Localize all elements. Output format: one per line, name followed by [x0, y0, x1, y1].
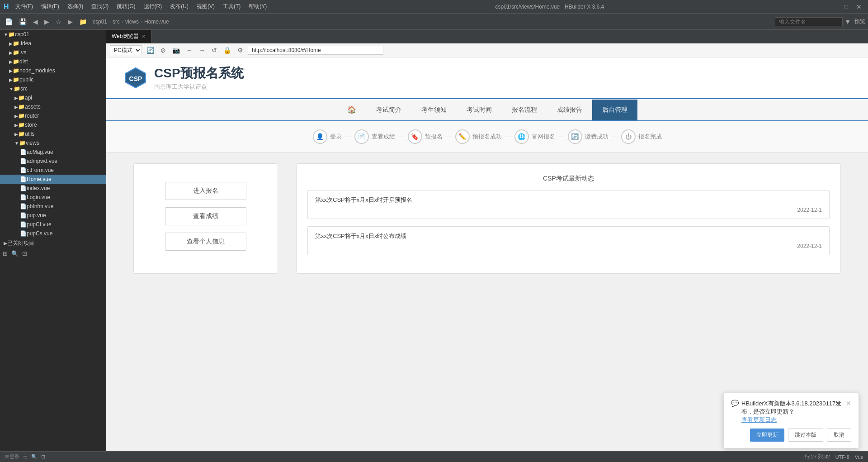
browser-back-icon[interactable]: ←: [184, 46, 194, 55]
sidebar-item-ctForm_vue[interactable]: 📄 ctForm.vue: [0, 166, 106, 175]
nav-item-5[interactable]: 成绩报告: [547, 100, 592, 120]
mode-select[interactable]: PC模式: [110, 45, 142, 55]
run-icon[interactable]: ▶: [66, 17, 75, 26]
folder-icon[interactable]: 📁: [77, 17, 89, 26]
browser-settings-icon[interactable]: ⚙: [236, 46, 245, 55]
sidebar-item-api[interactable]: ▶ 📁 api: [0, 93, 106, 102]
sidebar-item-views[interactable]: ▼ 📁 views: [0, 138, 106, 148]
sidebar-closed-projects[interactable]: ▶ 已关闭项目: [0, 238, 106, 248]
bottom-icon-1[interactable]: ⊞: [3, 250, 8, 257]
breadcrumb-root[interactable]: csp01: [93, 19, 107, 25]
minimize-button[interactable]: ─: [829, 3, 839, 10]
sidebar-item-index_vue[interactable]: 📄 index.vue: [0, 184, 106, 193]
sidebar-item-store[interactable]: ▶ 📁 store: [0, 120, 106, 129]
sidebar-item-pupCs_vue[interactable]: 📄 pupCs.vue: [0, 229, 106, 238]
sidebar-item-_vs[interactable]: ▶ 📁 .vs: [0, 48, 106, 57]
folder-icon: 📁: [18, 113, 25, 119]
sidebar-item-pupCf_vue[interactable]: 📄 pupCf.vue: [0, 220, 106, 229]
file-label: pupCf.vue: [27, 221, 52, 228]
nav-item-1[interactable]: 考试简介: [366, 100, 411, 120]
preview-button[interactable]: 预览: [854, 18, 865, 25]
browser-refresh-icon[interactable]: 🔄: [145, 46, 156, 55]
sidebar-item-dist[interactable]: ▶ 📁 dist: [0, 57, 106, 66]
breadcrumb-src[interactable]: src: [113, 19, 120, 25]
menu-item[interactable]: 视图(V): [193, 2, 218, 11]
sidebar-item-utils[interactable]: ▶ 📁 utils: [0, 129, 106, 138]
bottom-icon-2[interactable]: 🔍: [11, 250, 19, 257]
notification-close-icon[interactable]: ✕: [846, 400, 851, 407]
back-icon[interactable]: ◀: [31, 17, 40, 26]
collapse-icon: ▼: [14, 141, 19, 146]
close-button[interactable]: ✕: [854, 3, 864, 10]
forward-icon[interactable]: ▶: [42, 17, 52, 26]
sidebar-item-router[interactable]: ▶ 📁 router: [0, 111, 106, 120]
menu-item[interactable]: 选择(I): [64, 2, 87, 11]
filter-icon[interactable]: ▼: [844, 18, 851, 25]
step-arrow-5: —: [559, 133, 564, 140]
new-file-icon[interactable]: 📄: [3, 17, 15, 26]
main-toolbar: 📄 💾 ◀ ▶ ☆ ▶ 📁 csp01 › src › views › Home…: [0, 14, 868, 30]
file-search-input[interactable]: [775, 17, 843, 26]
sidebar-item-Home_vue[interactable]: 📄 Home.vue: [0, 175, 106, 184]
sidebar-item-admpwd_vue[interactable]: 📄 admpwd.vue: [0, 157, 106, 166]
browser-stop-icon[interactable]: ⊘: [159, 46, 168, 55]
folder-label: public: [19, 76, 33, 83]
nav-item-0[interactable]: 🏠: [337, 99, 366, 120]
menu-item[interactable]: 帮助(Y): [245, 2, 270, 11]
browser-lock-icon[interactable]: 🔒: [222, 46, 233, 55]
nav-item-2[interactable]: 考生须知: [411, 100, 457, 120]
browser-reload-icon[interactable]: ↺: [210, 46, 219, 55]
panel-button-1[interactable]: 查看成绩: [165, 207, 246, 225]
collapse-icon: ▶: [14, 123, 18, 128]
cancel-button[interactable]: 取消: [827, 429, 851, 442]
sidebar-item-assets[interactable]: ▶ 📁 assets: [0, 102, 106, 111]
menu-bar[interactable]: 文件(F)编辑(E)选择(I)查找(J)跳转(G)运行(R)发布(U)视图(V)…: [12, 2, 271, 11]
browser-screenshot-icon[interactable]: 📷: [170, 46, 182, 55]
sidebar-item-src[interactable]: ▼ 📁 src: [0, 84, 106, 93]
sidebar-item-acMag_vue[interactable]: 📄 acMag.vue: [0, 148, 106, 157]
title-bar: H 文件(F)编辑(E)选择(I)查找(J)跳转(G)运行(R)发布(U)视图(…: [0, 0, 868, 14]
folder-icon: 📁: [18, 122, 25, 128]
panel-button-0[interactable]: 进入报名: [165, 182, 246, 200]
step-arrow-3: —: [446, 133, 452, 140]
sidebar-item-public[interactable]: ▶ 📁 public: [0, 75, 106, 84]
step-item-4: 🌐官网报名: [514, 129, 555, 144]
notification-link[interactable]: 查看更新日志: [741, 416, 777, 423]
menu-item[interactable]: 运行(R): [140, 2, 166, 11]
bookmark-icon[interactable]: ☆: [53, 17, 64, 26]
sidebar-item-node_modules[interactable]: ▶ 📁 node_modules: [0, 66, 106, 75]
breadcrumb-file[interactable]: Home.vue: [144, 19, 169, 25]
menu-item[interactable]: 查找(J): [88, 2, 112, 11]
browser-forward-icon[interactable]: →: [197, 46, 207, 55]
panel-button-2[interactable]: 查看个人信息: [165, 233, 246, 251]
sidebar-item-_idea[interactable]: ▶ 📁 .idea: [0, 39, 106, 48]
file-search: ▼ 预览: [775, 17, 865, 26]
step-label-5: 缴费成功: [585, 133, 609, 141]
news-item-1: 第xx次CSP将于x月x日x时公布成绩2022-12-1: [307, 226, 830, 255]
page-subtitle: 南京理工大学认证点: [154, 83, 244, 91]
menu-item[interactable]: 工具(T): [219, 2, 244, 11]
menu-item[interactable]: 编辑(E): [38, 2, 63, 11]
breadcrumb-views[interactable]: views: [125, 19, 139, 25]
sidebar-item-Login_vue[interactable]: 📄 Login.vue: [0, 193, 106, 202]
sidebar-item-pup_vue[interactable]: 📄 pup.vue: [0, 211, 106, 220]
nav-item-6[interactable]: 后台管理: [592, 100, 637, 120]
save-icon[interactable]: 💾: [17, 17, 29, 26]
sidebar-item-csp01[interactable]: ▼ 📁 csp01: [0, 30, 106, 39]
menu-item[interactable]: 发布(U): [166, 2, 192, 11]
login-status[interactable]: 未登录: [5, 453, 19, 460]
browser-area: PC模式 🔄 ⊘ 📷 ← → ↺ 🔒 ⚙ http://localhost:80…: [106, 43, 868, 451]
window-controls[interactable]: ─ □ ✕: [829, 3, 864, 10]
tab-close-icon[interactable]: ✕: [142, 33, 146, 39]
nav-item-4[interactable]: 报名流程: [502, 100, 547, 120]
nav-item-3[interactable]: 考试时间: [457, 100, 502, 120]
folder-icon: 📁: [13, 49, 19, 56]
tab-web-browser[interactable]: Web浏览器 ✕: [106, 30, 151, 43]
menu-item[interactable]: 文件(F): [12, 2, 37, 11]
menu-item[interactable]: 跳转(G): [113, 2, 139, 11]
bottom-icon-3[interactable]: ⊡: [22, 250, 27, 257]
sidebar-item-pbInfm_vue[interactable]: 📄 pbInfm.vue: [0, 202, 106, 211]
skip-button[interactable]: 跳过本版: [788, 429, 823, 442]
update-button[interactable]: 立即更新: [750, 429, 784, 442]
maximize-button[interactable]: □: [842, 3, 851, 10]
